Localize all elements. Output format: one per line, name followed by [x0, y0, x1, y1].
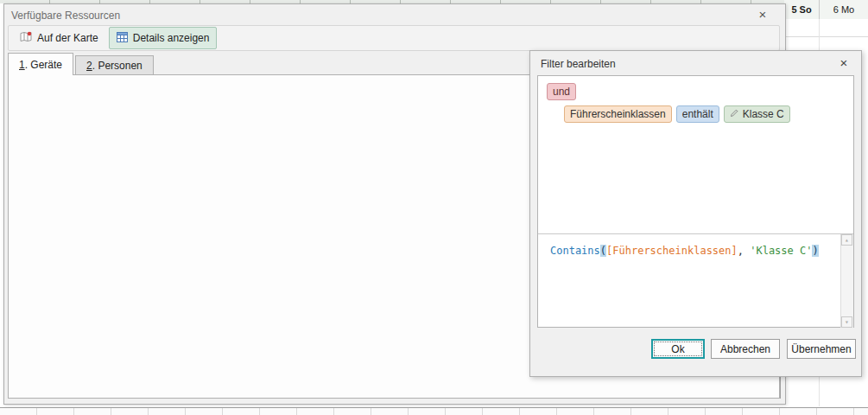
ok-button[interactable]: Ok: [651, 339, 705, 359]
expression-field: [Führerscheinklassen]: [606, 245, 738, 257]
screen: 5 So 6 Mo Verfügbare Ressourcen × Auf de…: [0, 0, 868, 415]
expression-value: 'Klasse C': [744, 245, 812, 257]
tab-geraete-num: 1: [19, 59, 25, 71]
filter-expression-editor[interactable]: Contains([Führerscheinklassen], 'Klasse …: [538, 233, 853, 328]
show-details-button-label: Details anzeigen: [133, 32, 210, 44]
filter-editor-body: und Führerscheinklassen enthält Klasse C…: [537, 75, 854, 328]
filter-editor-dialog: Filter bearbeiten × und Führerscheinklas…: [529, 50, 862, 377]
scheduler-row-divider: [784, 36, 868, 37]
dialog-title: Filter bearbeiten: [541, 58, 616, 70]
vertical-scrollbar[interactable]: ▴ ▾: [840, 234, 853, 328]
expression-open-paren: (: [600, 245, 606, 257]
tab-personen-label: . Personen: [92, 60, 143, 72]
pencil-icon: [730, 108, 739, 120]
group-operator-chip[interactable]: und: [547, 83, 576, 100]
filter-condition-row: Führerscheinklassen enthält Klasse C: [564, 105, 845, 123]
tab-geraete-label: . Geräte: [25, 59, 62, 71]
condition-field-chip[interactable]: Führerscheinklassen: [564, 105, 672, 123]
day-header-cell: 6 Mo: [819, 0, 868, 19]
close-icon[interactable]: ×: [756, 7, 770, 22]
cancel-button[interactable]: Abbrechen: [711, 339, 780, 359]
toolbar: Auf der Karte Details anzeigen: [8, 25, 780, 51]
tab-geraete[interactable]: 1. Geräte: [8, 53, 73, 75]
tab-personen[interactable]: 2. Personen: [75, 55, 154, 75]
scroll-up-button[interactable]: ▴: [841, 234, 852, 246]
window-title: Verfügbare Ressourcen: [11, 10, 120, 22]
condition-operator-chip[interactable]: enthält: [676, 105, 719, 123]
expression-comma: ,: [738, 245, 744, 257]
scroll-down-button[interactable]: ▾: [841, 316, 852, 328]
table-icon: [117, 32, 128, 45]
ok-button-label: Ok: [671, 343, 684, 355]
map-icon: [20, 31, 32, 45]
expression-close-paren: ): [812, 245, 818, 257]
condition-value-chip[interactable]: Klasse C: [724, 105, 790, 123]
expression-function: Contains: [550, 245, 600, 257]
day-header-cell: 5 So: [784, 0, 819, 19]
scheduler-bottom-row: [0, 407, 868, 415]
close-icon[interactable]: ×: [837, 55, 851, 71]
tab-personen-num: 2: [86, 60, 92, 72]
filter-condition-tree: und Führerscheinklassen enthält Klasse C: [538, 76, 853, 233]
condition-value-label: Klasse C: [743, 108, 784, 120]
on-map-button[interactable]: Auf der Karte: [12, 27, 106, 49]
scheduler-day-header: 5 So 6 Mo: [784, 0, 868, 20]
tab-strip: 1. Geräte 2. Personen: [8, 53, 154, 75]
on-map-button-label: Auf der Karte: [37, 32, 98, 44]
show-details-button[interactable]: Details anzeigen: [109, 27, 218, 49]
apply-button[interactable]: Übernehmen: [787, 339, 856, 359]
